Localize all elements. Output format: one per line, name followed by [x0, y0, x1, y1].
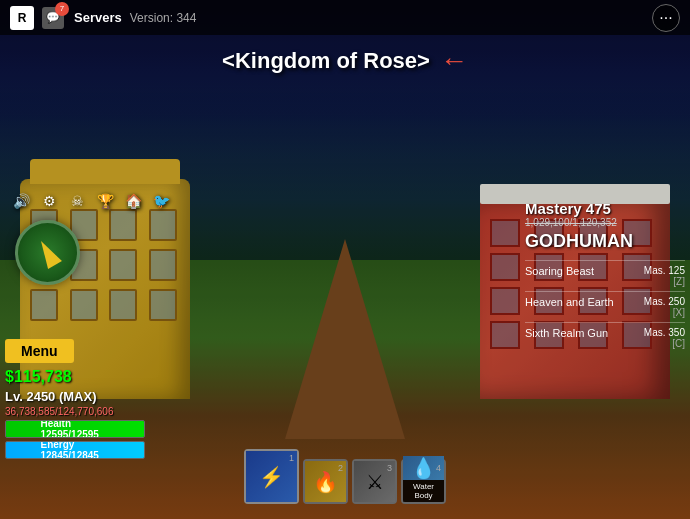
skill-1-key: [Z]	[644, 276, 685, 287]
skill-1-name: Soaring Beast	[525, 265, 644, 277]
right-stats-panel: Mastery 475 1,029,100/1,120,352 GODHUMAN…	[525, 200, 685, 353]
roblox-logo-text: R	[18, 11, 27, 25]
skill-2-info: Mas. 250 [X]	[644, 296, 685, 318]
compass	[15, 220, 80, 285]
servers-label[interactable]: Servers	[74, 10, 122, 25]
roblox-logo: R	[10, 6, 34, 30]
skill-3-key: [C]	[644, 338, 685, 349]
sound-icon[interactable]: 🔊	[10, 190, 32, 212]
kingdom-title-area: <Kingdom of Rose> ←	[222, 45, 468, 77]
skill-2-key: [X]	[644, 307, 685, 318]
slot-3-number: 3	[387, 463, 392, 473]
settings-icon[interactable]: ⚙	[38, 190, 60, 212]
chat-badge: 7	[55, 2, 69, 16]
slot-4-label: Water Body	[403, 480, 444, 502]
game-path	[285, 239, 405, 439]
skill-slot-4[interactable]: 4 💧 Water Body	[401, 459, 446, 504]
hud-icons-row: 🔊 ⚙ ☠ 🏆 🏠 🐦	[10, 190, 172, 212]
mastery-xp: 1,029,100/1,120,352	[525, 217, 685, 228]
level-text: Lv. 2450 (MAX)	[5, 389, 145, 404]
skill-entry-3: Sixth Realm Gun Mas. 350 [C]	[525, 322, 685, 353]
skill-2-name: Heaven and Earth	[525, 296, 644, 308]
energy-bar-container: Energy 12845/12845	[5, 441, 145, 459]
xp-text: 36,738,585/124,770,606	[5, 406, 145, 417]
energy-text: Energy 12845/12845	[41, 441, 110, 459]
game-viewport: R 💬 7 Servers Version: 344 ··· <Kingdom …	[0, 0, 690, 519]
skill-1-info: Mas. 125 [Z]	[644, 265, 685, 287]
gold-amount: $115,738	[5, 368, 145, 386]
skill-3-mas: Mas. 350	[644, 327, 685, 338]
skill-slot-3[interactable]: 3 ⚔	[352, 459, 397, 504]
more-button[interactable]: ···	[652, 4, 680, 32]
twitter-icon[interactable]: 🐦	[150, 190, 172, 212]
slot-2-number: 2	[338, 463, 343, 473]
menu-button[interactable]: Menu	[5, 339, 74, 363]
compass-needle	[34, 236, 62, 268]
skill-3-name: Sixth Realm Gun	[525, 327, 644, 339]
skill-slot-2[interactable]: 2 🔥	[303, 459, 348, 504]
trophy-icon[interactable]: 🏆	[94, 190, 116, 212]
slot-4-number: 4	[436, 463, 441, 473]
skill-3-info: Mas. 350 [C]	[644, 327, 685, 349]
top-bar: R 💬 7 Servers Version: 344 ···	[0, 0, 690, 35]
kingdom-arrow: ←	[440, 45, 468, 77]
home-icon[interactable]: 🏠	[122, 190, 144, 212]
skill-1-mas: Mas. 125	[644, 265, 685, 276]
chat-notification[interactable]: 💬 7	[42, 7, 64, 29]
skull-icon[interactable]: ☠	[66, 190, 88, 212]
skill-entry-1: Soaring Beast Mas. 125 [Z]	[525, 260, 685, 291]
skill-2-mas: Mas. 250	[644, 296, 685, 307]
player-stats-panel: Menu $115,738 Lv. 2450 (MAX) 36,738,585/…	[5, 339, 145, 459]
slot-1-number: 1	[289, 453, 294, 463]
fruit-name: GODHUMAN	[525, 231, 685, 252]
version-label: Version: 344	[130, 11, 652, 25]
mastery-title: Mastery 475	[525, 200, 685, 217]
kingdom-title-text: <Kingdom of Rose>	[222, 48, 430, 74]
skill-slots: 1 ⚡ 2 🔥 3 ⚔ 4 💧 Water Body	[244, 449, 446, 504]
health-text: Health 12595/12595	[41, 420, 110, 438]
skill-slot-1[interactable]: 1 ⚡	[244, 449, 299, 504]
skill-entry-2: Heaven and Earth Mas. 250 [X]	[525, 291, 685, 322]
health-bar-container: Health 12595/12595	[5, 420, 145, 438]
